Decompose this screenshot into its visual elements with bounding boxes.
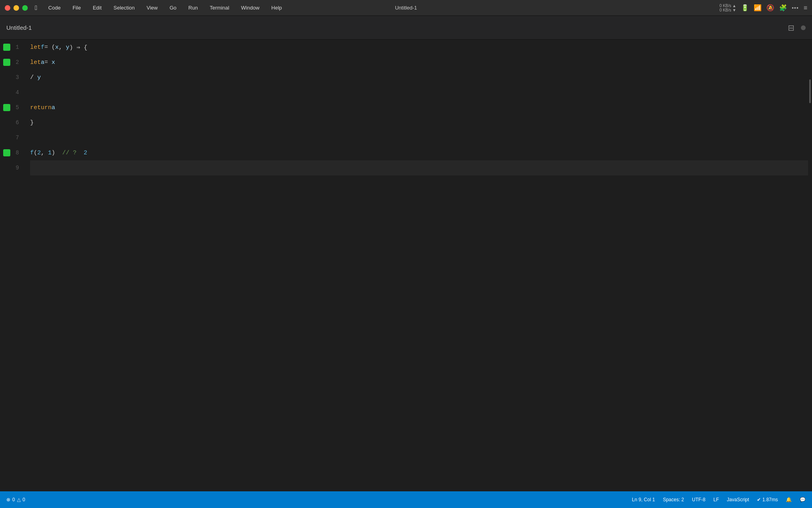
menu-edit[interactable]: Edit (90, 4, 104, 12)
line-number: 6 (16, 119, 19, 126)
warning-count: 0 (23, 497, 25, 502)
gutter-line: 8 (0, 145, 24, 160)
split-editor-icon[interactable]: ⊟ (788, 23, 795, 33)
line-number: 9 (16, 165, 19, 171)
errors-status[interactable]: ⊗ 0 △ 0 (6, 497, 25, 502)
menu-code[interactable]: Code (46, 4, 63, 12)
line-number: 1 (16, 44, 19, 50)
code-line: f(2, 1) // ? 2 (30, 145, 808, 160)
timing: ✔ 1.87ms (757, 497, 778, 502)
menu-terminal[interactable]: Terminal (207, 4, 232, 12)
line-number: 8 (16, 150, 19, 156)
more-icon: ••• (792, 5, 799, 11)
gutter-line: 1 (0, 40, 24, 55)
line-number: 3 (16, 74, 19, 81)
line-number: 5 (16, 104, 19, 111)
tabbar-actions: ⊟ (788, 23, 806, 33)
close-button[interactable] (5, 5, 10, 11)
gutter-line: 6 (0, 115, 24, 130)
code-line: return a (30, 100, 808, 115)
cursor-position[interactable]: Ln 9, Col 1 (632, 497, 655, 502)
warning-icon: △ (17, 497, 21, 502)
notification-icon: 🔕 (766, 4, 774, 12)
gutter-line: 2 (0, 55, 24, 70)
gutter-line: 3 (0, 70, 24, 85)
notifications-icon[interactable]: 🔔 (786, 497, 792, 502)
extensions-icon: 🧩 (779, 4, 787, 12)
unsaved-indicator (801, 25, 806, 30)
battery-icon: 🔋 (741, 4, 749, 12)
line-number: 7 (16, 135, 19, 141)
scrollbar[interactable] (808, 40, 812, 491)
menu-go[interactable]: Go (167, 4, 179, 12)
error-count: 0 (12, 497, 15, 502)
breakpoint-indicator[interactable] (3, 104, 10, 111)
menu-file[interactable]: File (70, 4, 83, 12)
menubar:  Code File Edit Selection View Go Run T… (0, 0, 812, 16)
menubar-status-area: 0 KB/s ▲0 KB/s ▼ 🔋 📶 🔕 🧩 ••• ≡ (720, 4, 807, 12)
statusbar-right: Ln 9, Col 1 Spaces: 2 UTF-8 LF JavaScrip… (632, 497, 806, 502)
code-line (30, 85, 808, 100)
statusbar: ⊗ 0 △ 0 Ln 9, Col 1 Spaces: 2 UTF-8 LF J… (0, 491, 812, 508)
line-gutter: 123456789 (0, 40, 24, 491)
wifi-icon: 📶 (754, 4, 762, 12)
active-tab[interactable]: Untitled-1 (6, 24, 32, 31)
language-mode[interactable]: JavaScript (727, 497, 749, 502)
breakpoint-indicator[interactable] (3, 44, 10, 51)
minimize-button[interactable] (13, 5, 19, 11)
line-number: 2 (16, 59, 19, 65)
indentation[interactable]: Spaces: 2 (663, 497, 684, 502)
gutter-line: 4 (0, 85, 24, 100)
breakpoint-indicator[interactable] (3, 59, 10, 66)
menu-window[interactable]: Window (239, 4, 262, 12)
tabbar: Untitled-1 ⊟ (0, 16, 812, 40)
gutter-line: 9 (0, 160, 24, 175)
code-line: } (30, 115, 808, 130)
code-editor[interactable]: let f = (x, y) ⇒ { let a = x / y return … (24, 40, 808, 491)
error-icon: ⊗ (6, 497, 10, 502)
encoding[interactable]: UTF-8 (692, 497, 705, 502)
apple-menu-icon[interactable]:  (35, 4, 37, 12)
breakpoint-indicator[interactable] (3, 149, 10, 156)
code-line: let f = (x, y) ⇒ { (30, 40, 808, 55)
menu-view[interactable]: View (144, 4, 160, 12)
eol[interactable]: LF (713, 497, 719, 502)
line-number: 4 (16, 89, 19, 96)
window-title: Untitled-1 (395, 5, 417, 11)
list-icon: ≡ (804, 4, 807, 12)
menu-help[interactable]: Help (269, 4, 284, 12)
traffic-lights (5, 5, 28, 11)
gutter-line: 7 (0, 130, 24, 145)
code-line (30, 130, 808, 145)
gutter-line: 5 (0, 100, 24, 115)
code-line (30, 160, 808, 175)
menu-run[interactable]: Run (186, 4, 200, 12)
network-status: 0 KB/s ▲0 KB/s ▼ (720, 4, 736, 12)
code-line: / y (30, 70, 808, 85)
maximize-button[interactable] (22, 5, 28, 11)
scrollbar-thumb[interactable] (809, 79, 811, 103)
feedback-icon[interactable]: 💬 (800, 497, 806, 502)
menu-selection[interactable]: Selection (111, 4, 137, 12)
code-line: let a = x (30, 55, 808, 70)
editor: 123456789 let f = (x, y) ⇒ { let a = x /… (0, 40, 812, 491)
